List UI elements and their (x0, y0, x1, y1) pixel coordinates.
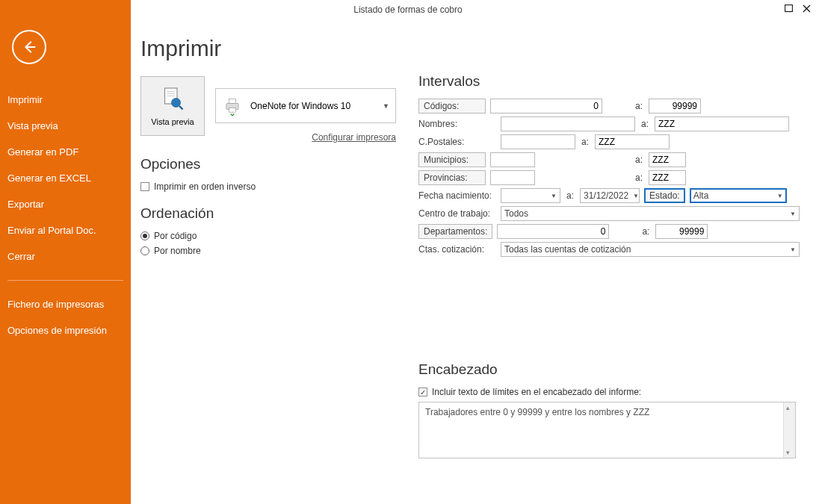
sidebar-item-pdf[interactable]: Generar en PDF (0, 139, 131, 165)
provincias-to-input[interactable] (649, 170, 686, 185)
por-codigo-radio[interactable] (140, 231, 149, 240)
a-label: a: (640, 119, 650, 129)
svg-point-8 (172, 99, 181, 108)
chevron-down-icon: ▼ (551, 193, 557, 199)
a-label: a: (580, 137, 590, 147)
encabezado-text: Trabajadores entre 0 y 99999 y entre los… (425, 407, 649, 417)
sidebar-item-excel[interactable]: Generar en EXCEL (0, 165, 131, 191)
a-label: a: (634, 155, 644, 165)
cpostales-from-input[interactable] (501, 134, 575, 149)
centro-value: Todos (504, 208, 528, 219)
a-label: a: (565, 190, 575, 201)
configurar-impresora-link[interactable]: Configurar impresora (312, 132, 396, 143)
back-button[interactable] (12, 30, 46, 64)
svg-rect-0 (785, 4, 792, 11)
chevron-down-icon: ▼ (790, 246, 796, 253)
fecha-label: Fecha nacimiento: (418, 190, 496, 201)
nombres-from-input[interactable] (501, 116, 635, 131)
svg-rect-11 (229, 99, 235, 103)
sidebar: Imprimir Vista previa Generar en PDF Gen… (0, 0, 131, 504)
codigos-button[interactable]: Códigos: (418, 99, 486, 113)
sidebar-item-imprimir[interactable]: Imprimir (0, 87, 131, 113)
estado-dropdown[interactable]: Alta ▼ (690, 188, 787, 203)
sidebar-item-fichero[interactable]: Fichero de impresoras (0, 291, 131, 317)
scrollbar[interactable] (783, 402, 795, 458)
printer-select[interactable]: OneNote for Windows 10 ▼ (215, 88, 396, 123)
por-codigo-label: Por código (154, 231, 197, 241)
deptos-to-input[interactable] (655, 224, 708, 239)
estado-value: Alta (693, 190, 709, 201)
deptos-from-input[interactable] (497, 224, 609, 239)
provincias-from-input[interactable] (490, 170, 535, 185)
chevron-down-icon: ▼ (790, 211, 796, 217)
departamentos-button[interactable]: Departamentos: (418, 224, 492, 239)
a-label: a: (634, 101, 644, 111)
vista-previa-button[interactable]: Vista previa (140, 76, 205, 136)
close-icon[interactable] (801, 3, 812, 13)
fecha-from-dropdown[interactable]: ▼ (501, 188, 560, 203)
municipios-to-input[interactable] (649, 152, 686, 167)
chevron-down-icon: ▼ (383, 102, 389, 110)
nombres-to-input[interactable] (655, 116, 789, 131)
centro-label: Centro de trabajo: (418, 208, 496, 219)
cpostales-to-input[interactable] (595, 134, 670, 149)
provincias-button[interactable]: Provincias: (418, 170, 486, 185)
centro-dropdown[interactable]: Todos ▼ (501, 206, 800, 221)
sidebar-item-portal[interactable]: Enviar al Portal Doc. (0, 217, 131, 243)
codigos-to-input[interactable] (649, 99, 701, 113)
chevron-down-icon: ▼ (633, 193, 639, 199)
printer-icon (222, 96, 243, 116)
ctas-value: Todas las cuentas de cotización (504, 244, 631, 255)
page-title: Imprimir (140, 36, 809, 61)
sidebar-item-vista-previa[interactable]: Vista previa (0, 113, 131, 139)
svg-rect-12 (229, 108, 235, 112)
municipios-button[interactable]: Municipios: (418, 152, 486, 167)
estado-label: Estado: (644, 188, 685, 203)
reverse-order-checkbox[interactable] (140, 182, 149, 191)
fecha-to-dropdown[interactable]: 31/12/2022 ▼ (580, 188, 640, 203)
incluir-limites-checkbox[interactable]: ✓ (418, 388, 427, 396)
incluir-limites-label: Incluir texto de límites en el encabezad… (432, 387, 641, 397)
window-title: Listado de formas de cobro (353, 4, 462, 15)
printer-name: OneNote for Windows 10 (250, 101, 350, 111)
maximize-icon[interactable] (783, 3, 794, 13)
nombres-label: Nombres: (418, 119, 496, 129)
a-label: a: (640, 226, 651, 237)
reverse-order-label: Imprimir en orden inverso (154, 181, 256, 192)
sidebar-item-exportar[interactable]: Exportar (0, 191, 131, 217)
vista-previa-label: Vista previa (151, 117, 194, 126)
svg-line-9 (179, 106, 183, 110)
fecha-to-value: 31/12/2022 (584, 190, 628, 201)
sidebar-divider (7, 280, 123, 281)
municipios-from-input[interactable] (490, 152, 535, 167)
sidebar-item-opciones[interactable]: Opciones de impresión (0, 317, 131, 343)
ctas-dropdown[interactable]: Todas las cuentas de cotización ▼ (501, 242, 800, 257)
ctas-label: Ctas. cotización: (418, 244, 496, 255)
por-nombre-radio[interactable] (140, 246, 149, 255)
sidebar-item-cerrar[interactable]: Cerrar (0, 243, 131, 270)
cpostales-label: C.Postales: (418, 137, 496, 147)
a-label: a: (634, 172, 644, 183)
por-nombre-label: Por nombre (154, 246, 201, 256)
chevron-down-icon: ▼ (777, 193, 783, 199)
encabezado-textarea[interactable]: Trabajadores entre 0 y 99999 y entre los… (418, 402, 796, 458)
intervalos-title: Intervalos (418, 73, 800, 90)
codigos-from-input[interactable] (490, 99, 602, 113)
encabezado-title: Encabezado (418, 361, 800, 378)
